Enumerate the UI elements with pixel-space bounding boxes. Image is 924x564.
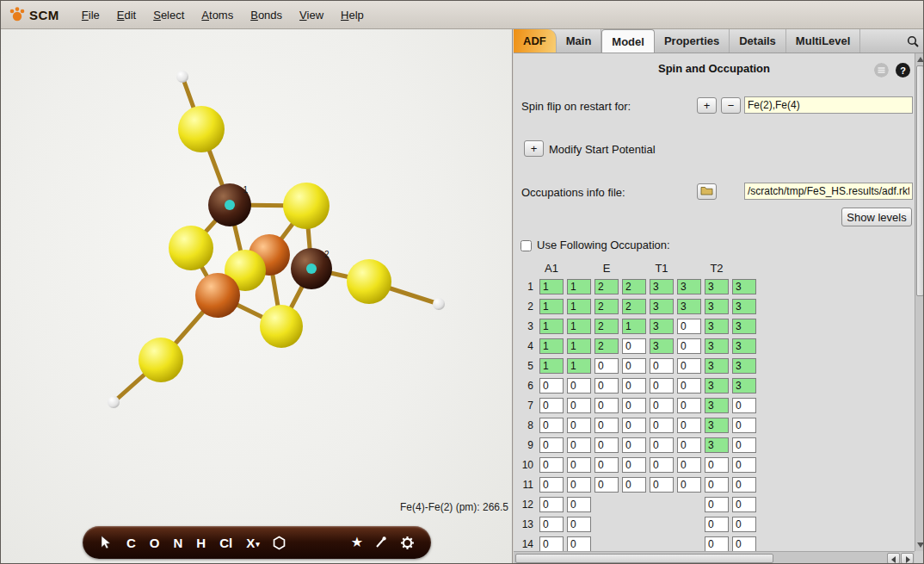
use-occupation-checkbox[interactable] xyxy=(521,240,532,251)
occupation-cell[interactable]: 1 xyxy=(567,358,591,374)
scroll-down-icon[interactable] xyxy=(917,542,924,548)
ring-tool-icon[interactable] xyxy=(272,535,287,550)
occupation-cell[interactable]: 2 xyxy=(594,279,619,294)
tab-main[interactable]: Main xyxy=(557,29,602,53)
atom-sphere[interactable] xyxy=(195,273,240,318)
occupation-cell[interactable]: 0 xyxy=(594,358,619,374)
occupation-cell[interactable]: 2 xyxy=(594,299,619,314)
occupation-cell[interactable]: 0 xyxy=(567,378,591,394)
atom-fe-2[interactable]: 2 xyxy=(291,248,332,289)
occupation-cell[interactable]: 1 xyxy=(567,299,591,314)
spin-flip-add-button[interactable]: + xyxy=(697,97,717,114)
element-x-button[interactable]: X ▾ xyxy=(239,532,267,554)
scroll-left-button[interactable] xyxy=(887,553,900,564)
occupation-cell[interactable]: 3 xyxy=(705,358,729,374)
occupation-cell[interactable]: 3 xyxy=(677,279,701,294)
occupation-cell[interactable]: 0 xyxy=(622,418,646,433)
occupation-cell[interactable]: 1 xyxy=(567,338,591,354)
molecule-viewer[interactable]: 12 Fe(4)-Fe(2) (pm): 266.5 CONHCl X ▾ ★ xyxy=(1,29,513,564)
occupation-cell[interactable]: 0 xyxy=(622,457,646,473)
occupation-cell[interactable]: 0 xyxy=(650,477,674,493)
occupation-cell[interactable]: 3 xyxy=(732,279,756,294)
occupation-cell[interactable]: 1 xyxy=(539,319,564,334)
occupation-cell[interactable]: 0 xyxy=(732,398,756,413)
occupation-cell[interactable]: 0 xyxy=(567,418,591,433)
occupation-cell[interactable]: 0 xyxy=(594,398,619,413)
occupation-cell[interactable]: 3 xyxy=(732,338,756,354)
occupation-cell[interactable]: 0 xyxy=(594,418,619,433)
wand-tool-icon[interactable] xyxy=(373,535,389,550)
occupation-cell[interactable]: 0 xyxy=(650,418,674,433)
occupation-cell[interactable]: 0 xyxy=(650,398,674,413)
occupation-cell[interactable]: 0 xyxy=(677,457,701,473)
occupation-cell[interactable]: 0 xyxy=(732,517,756,532)
occupation-cell[interactable]: 0 xyxy=(705,457,729,473)
occupation-cell[interactable]: 0 xyxy=(677,338,701,354)
scroll-up-icon[interactable] xyxy=(917,57,924,62)
occupation-cell[interactable]: 0 xyxy=(732,418,756,433)
occupation-cell[interactable]: 0 xyxy=(539,477,564,493)
occupation-cell[interactable]: 0 xyxy=(594,437,619,453)
tab-model[interactable]: Model xyxy=(601,29,655,53)
occupation-cell[interactable]: 1 xyxy=(539,338,564,354)
occupation-cell[interactable]: 3 xyxy=(650,299,674,314)
occupation-cell[interactable]: 0 xyxy=(539,437,564,453)
occupation-cell[interactable]: 0 xyxy=(732,477,756,493)
menu-help[interactable]: Help xyxy=(332,4,373,26)
occupation-cell[interactable]: 0 xyxy=(677,477,701,493)
occupation-cell[interactable]: 1 xyxy=(539,358,564,374)
atom-sphere[interactable] xyxy=(169,226,213,270)
occupation-cell[interactable]: 1 xyxy=(539,299,564,314)
occupation-cell[interactable]: 3 xyxy=(650,279,674,294)
occupation-cell[interactable]: 2 xyxy=(594,338,619,354)
menu-edit[interactable]: Edit xyxy=(108,4,145,26)
molecule-canvas[interactable]: 12 xyxy=(1,29,513,564)
occupation-cell[interactable]: 0 xyxy=(539,497,564,512)
occupation-cell[interactable]: 0 xyxy=(594,477,619,493)
occupation-cell[interactable]: 0 xyxy=(732,536,756,552)
atom-fe[interactable] xyxy=(195,273,240,318)
tab-details[interactable]: Details xyxy=(730,29,786,53)
atom-sphere[interactable] xyxy=(283,183,330,229)
tab-adf[interactable]: ADF xyxy=(514,29,557,53)
atom-sphere[interactable] xyxy=(108,396,120,408)
atom-s[interactable] xyxy=(260,305,303,348)
occupation-cell[interactable]: 0 xyxy=(594,457,619,473)
occupation-cell[interactable]: 1 xyxy=(567,279,591,294)
element-o-button[interactable]: O xyxy=(143,532,167,554)
occupation-cell[interactable]: 3 xyxy=(705,418,729,433)
occupation-cell[interactable]: 0 xyxy=(677,418,701,433)
occupation-cell[interactable]: 0 xyxy=(539,378,564,394)
occupation-cell[interactable]: 0 xyxy=(677,319,701,334)
occupation-cell[interactable]: 0 xyxy=(650,437,674,453)
occupation-cell[interactable]: 3 xyxy=(705,299,729,314)
occupation-cell[interactable]: 0 xyxy=(539,536,564,552)
atom-s[interactable] xyxy=(169,226,213,270)
occupation-cell[interactable]: 0 xyxy=(567,437,591,453)
element-c-button[interactable]: C xyxy=(120,532,143,554)
atom-sphere[interactable] xyxy=(139,338,183,382)
atom-h[interactable] xyxy=(433,298,445,310)
occupation-cell[interactable]: 0 xyxy=(677,437,701,453)
occupation-cell[interactable]: 0 xyxy=(539,418,564,433)
atom-sphere[interactable] xyxy=(176,71,188,83)
occupation-cell[interactable]: 0 xyxy=(705,477,729,493)
occupation-cell[interactable]: 0 xyxy=(622,437,646,453)
spin-flip-input[interactable] xyxy=(744,96,913,114)
atom-s[interactable] xyxy=(139,338,183,382)
occupation-cell[interactable]: 0 xyxy=(732,437,756,453)
occupation-cell[interactable]: 0 xyxy=(622,477,646,493)
occupation-cell[interactable]: 0 xyxy=(539,457,564,473)
occupation-cell[interactable]: 0 xyxy=(567,398,591,413)
horizontal-scrollbar-thumb[interactable] xyxy=(515,554,773,563)
help-icon[interactable]: ? xyxy=(896,63,910,77)
horizontal-scrollbar[interactable] xyxy=(514,551,915,564)
scroll-right-button[interactable] xyxy=(901,553,914,564)
occupation-cell[interactable]: 0 xyxy=(567,517,591,532)
atom-s[interactable] xyxy=(283,183,330,229)
occupation-cell[interactable]: 2 xyxy=(594,319,619,334)
atom-sphere[interactable] xyxy=(260,305,303,348)
element-n-button[interactable]: N xyxy=(167,532,190,554)
occupation-cell[interactable]: 0 xyxy=(622,398,646,413)
occupation-cell[interactable]: 0 xyxy=(650,457,674,473)
